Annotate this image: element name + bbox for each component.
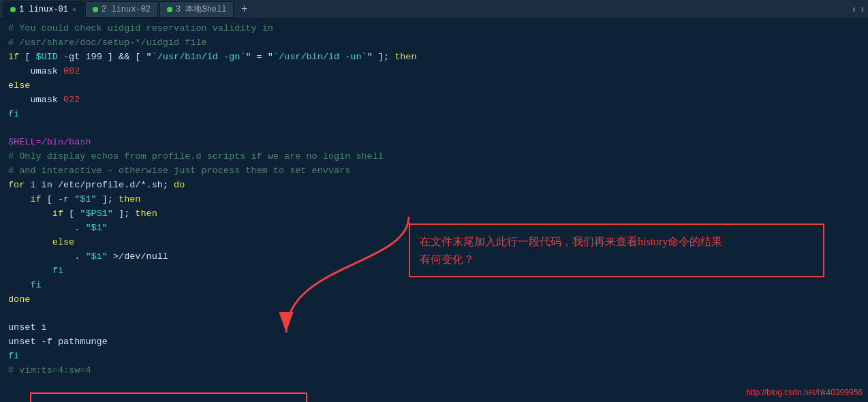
code-line-13: if [ -r "$1" ]; then [8,193,860,207]
tab-dot-2 [93,7,98,12]
tab-dot-3 [167,7,172,12]
annotation-line1: 在文件末尾加入此行一段代码，我们再来查看history命令的结果 [420,236,722,247]
annotation-box: 在文件末尾加入此行一段代码，我们再来查看history命令的结果 有何变化？ [409,223,824,277]
tab-linux-01[interactable]: 1 linux-01 ✕ [3,1,84,18]
nav-right-arrow[interactable]: › [860,4,865,15]
tab-label-1: 1 linux-01 [19,5,68,14]
code-line-1: # You could check uidgid reservation val… [8,22,860,36]
code-line-10: # Only display echos from profile.d scri… [8,150,860,164]
code-line-14: if [ "$PS1" ]; then [8,207,860,221]
annotation-arrow [232,210,422,346]
code-line-6: umask 022 [8,93,860,108]
code-line-export: export HISTTIMEFORMAT="%y/%m/%d %H:%M:%S [8,378,860,402]
nav-left-arrow[interactable]: ‹ [851,4,856,15]
annotation-line2: 有何变化？ [420,253,474,265]
code-line-2: # /usr/share/doc/setup-*/uidgid file [8,36,860,50]
code-line-23: unset -f pathmunge [8,335,860,350]
code-line-25: # vim:ts=4:sw=4 [8,364,860,378]
tab-label-3: 3 本地Shell [176,3,226,15]
code-line-9: SHELL=/bin/bash [8,136,860,150]
tab-close-1[interactable]: ✕ [72,5,76,14]
code-line-12: for i in /etc/profile.d/*.sh; do [8,179,860,193]
code-line-19: fi [8,279,860,293]
tab-local-shell[interactable]: 3 本地Shell [159,1,234,18]
code-line-4: umask 002 [8,65,860,79]
tab-bar: 1 linux-01 ✕ 2 linux-02 3 本地Shell + ‹ › [0,0,868,19]
code-line-21 [8,307,860,321]
code-line-5: else [8,79,860,93]
code-line-7: fi [8,108,860,122]
code-line-22: unset i [8,321,860,335]
terminal-area[interactable]: # You could check uidgid reservation val… [0,19,868,402]
tab-linux-02[interactable]: 2 linux-02 [85,1,158,18]
watermark: http://blog.csdn.net/hk40399956 [746,386,863,399]
code-line-11: # and interactive - otherwise just proce… [8,164,860,179]
tab-label-2: 2 linux-02 [102,5,151,14]
code-line-24: fi [8,350,860,364]
code-line-8 [8,121,860,136]
code-line-20: done [8,293,860,307]
nav-arrows: ‹ › [851,4,865,15]
tab-add-button[interactable]: + [236,2,251,17]
code-line-3: if [ $UID -gt 199 ] && [ "`/usr/bin/id -… [8,50,860,65]
tab-dot-1 [10,7,16,12]
